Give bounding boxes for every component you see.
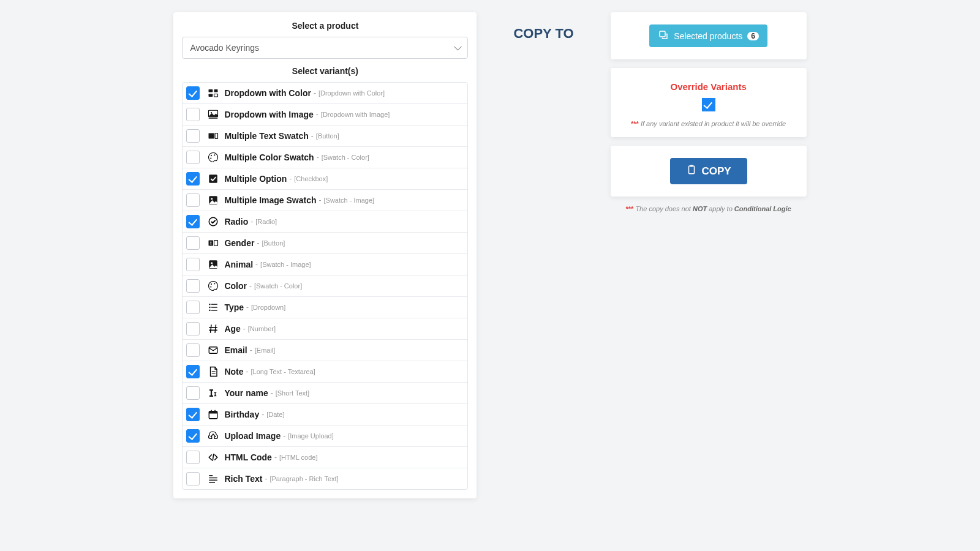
variant-row[interactable]: Note-[Long Text - Textarea] bbox=[183, 361, 467, 383]
override-title: Override Variants bbox=[622, 81, 796, 92]
date-icon bbox=[207, 408, 219, 421]
variant-label: Multiple Option bbox=[224, 174, 287, 184]
variant-type: [Swatch - Image] bbox=[324, 197, 375, 204]
variant-type: [Radio] bbox=[255, 218, 277, 225]
variant-label: Multiple Color Swatch bbox=[224, 152, 314, 162]
override-checkbox[interactable] bbox=[702, 98, 715, 111]
selected-products-button[interactable]: Selected products 6 bbox=[649, 24, 767, 47]
text-swatch-icon bbox=[207, 130, 219, 142]
variant-type: [Swatch - Color] bbox=[254, 282, 302, 290]
variant-row[interactable]: Birthday-[Date] bbox=[183, 404, 467, 425]
copy-button[interactable]: COPY bbox=[670, 158, 747, 184]
variant-checkbox[interactable] bbox=[186, 429, 200, 443]
variant-type: [Date] bbox=[266, 411, 284, 418]
copy-label: COPY bbox=[702, 165, 731, 178]
variant-label: Rich Text bbox=[224, 474, 262, 484]
variant-checkbox[interactable] bbox=[186, 451, 200, 464]
variant-checkbox[interactable] bbox=[186, 322, 200, 335]
variant-type: [Paragraph - Rich Text] bbox=[270, 475, 338, 482]
copy-card: COPY bbox=[611, 146, 807, 197]
variant-type: [Dropdown] bbox=[251, 304, 285, 311]
variant-label: Email bbox=[224, 345, 247, 355]
variant-checkbox[interactable] bbox=[186, 386, 200, 400]
palette-icon bbox=[207, 280, 219, 292]
product-select[interactable]: Avocado Keyrings bbox=[182, 37, 468, 59]
email-icon bbox=[207, 344, 219, 356]
variant-row[interactable]: Email-[Email] bbox=[183, 340, 467, 361]
variant-checkbox[interactable] bbox=[186, 472, 200, 485]
variant-row[interactable]: Color-[Swatch - Color] bbox=[183, 276, 467, 297]
footer-note: *** The copy does not NOT apply to Condi… bbox=[611, 205, 807, 212]
variant-row[interactable]: Type-[Dropdown] bbox=[183, 297, 467, 318]
variant-label: Birthday bbox=[224, 410, 259, 419]
variant-row[interactable]: Upload Image-[Image Upload] bbox=[183, 425, 467, 447]
variant-checkbox[interactable] bbox=[186, 279, 200, 293]
override-warning: *** If any variant existed in product it… bbox=[622, 120, 796, 127]
variant-label: Color bbox=[224, 281, 247, 291]
destination-panel: Selected products 6 Override Variants **… bbox=[611, 12, 807, 498]
variant-checkbox[interactable] bbox=[186, 215, 200, 228]
variant-row[interactable]: Age-[Number] bbox=[183, 318, 467, 340]
variant-row[interactable]: Animal-[Swatch - Image] bbox=[183, 254, 467, 276]
variant-checkbox[interactable] bbox=[186, 236, 200, 250]
variant-row[interactable]: Multiple Image Swatch-[Swatch - Image] bbox=[183, 190, 467, 211]
variant-row[interactable]: Multiple Option-[Checkbox] bbox=[183, 168, 467, 190]
variant-type: [Checkbox] bbox=[294, 175, 328, 182]
code-icon bbox=[207, 451, 219, 463]
variant-row[interactable]: Multiple Text Swatch-[Button] bbox=[183, 126, 467, 147]
variant-list: Dropdown with Color-[Dropdown with Color… bbox=[182, 82, 468, 490]
variant-row[interactable]: Your name-[Short Text] bbox=[183, 383, 467, 404]
list-icon bbox=[207, 301, 219, 313]
selected-products-card: Selected products 6 bbox=[611, 12, 807, 59]
variant-label: Multiple Image Swatch bbox=[224, 195, 316, 205]
variant-checkbox[interactable] bbox=[186, 193, 200, 207]
radio-icon bbox=[207, 216, 219, 228]
variant-checkbox[interactable] bbox=[186, 258, 200, 271]
variant-checkbox[interactable] bbox=[186, 151, 200, 164]
selected-label: Selected products bbox=[674, 31, 742, 41]
variant-label: Dropdown with Image bbox=[224, 110, 313, 119]
palette-icon bbox=[207, 151, 219, 163]
variant-checkbox[interactable] bbox=[186, 108, 200, 121]
variant-type: [Swatch - Image] bbox=[260, 261, 311, 268]
override-card: Override Variants *** If any variant exi… bbox=[611, 68, 807, 137]
variant-checkbox[interactable] bbox=[186, 408, 200, 421]
copy-icon bbox=[658, 29, 669, 42]
variant-label: Radio bbox=[224, 217, 248, 227]
checkbox-icon bbox=[207, 173, 219, 185]
variant-checkbox[interactable] bbox=[186, 129, 200, 143]
upload-icon bbox=[207, 430, 219, 442]
variant-row[interactable]: HTML Code-[HTML code] bbox=[183, 447, 467, 468]
variant-row[interactable]: Multiple Color Swatch-[Swatch - Color] bbox=[183, 147, 467, 168]
variant-row[interactable]: Dropdown with Image-[Dropdown with Image… bbox=[183, 104, 467, 126]
variant-type: [Swatch - Color] bbox=[322, 154, 369, 161]
select-variants-title: Select variant(s) bbox=[182, 66, 468, 76]
variant-row[interactable]: Dropdown with Color-[Dropdown with Color… bbox=[183, 83, 467, 104]
variant-row[interactable]: Rich Text-[Paragraph - Rich Text] bbox=[183, 468, 467, 489]
variant-checkbox[interactable] bbox=[186, 86, 200, 100]
image-icon bbox=[207, 258, 219, 271]
copy-to-section: COPY TO bbox=[513, 12, 573, 498]
image-icon bbox=[207, 194, 219, 206]
variant-label: Animal bbox=[224, 260, 253, 269]
variant-checkbox[interactable] bbox=[186, 172, 200, 186]
richtext-icon bbox=[207, 473, 219, 485]
selected-count-badge: 6 bbox=[747, 32, 759, 40]
variant-row[interactable]: Radio-[Radio] bbox=[183, 211, 467, 233]
variant-checkbox[interactable] bbox=[186, 343, 200, 357]
longtext-icon bbox=[207, 365, 219, 378]
variant-type: [Email] bbox=[255, 347, 276, 354]
variant-label: Gender bbox=[224, 238, 254, 248]
variant-type: [Image Upload] bbox=[288, 432, 334, 440]
variant-type: [Button] bbox=[262, 239, 285, 247]
gender-icon bbox=[207, 237, 219, 249]
variant-type: [Number] bbox=[248, 325, 276, 332]
variant-checkbox[interactable] bbox=[186, 301, 200, 314]
variant-label: Dropdown with Color bbox=[224, 88, 311, 98]
variant-row[interactable]: Gender-[Button] bbox=[183, 233, 467, 254]
variant-checkbox[interactable] bbox=[186, 365, 200, 378]
product-select-wrap: Avocado Keyrings bbox=[182, 37, 468, 59]
select-product-title: Select a product bbox=[182, 21, 468, 31]
hash-icon bbox=[207, 323, 219, 335]
variant-type: [HTML code] bbox=[279, 454, 318, 461]
